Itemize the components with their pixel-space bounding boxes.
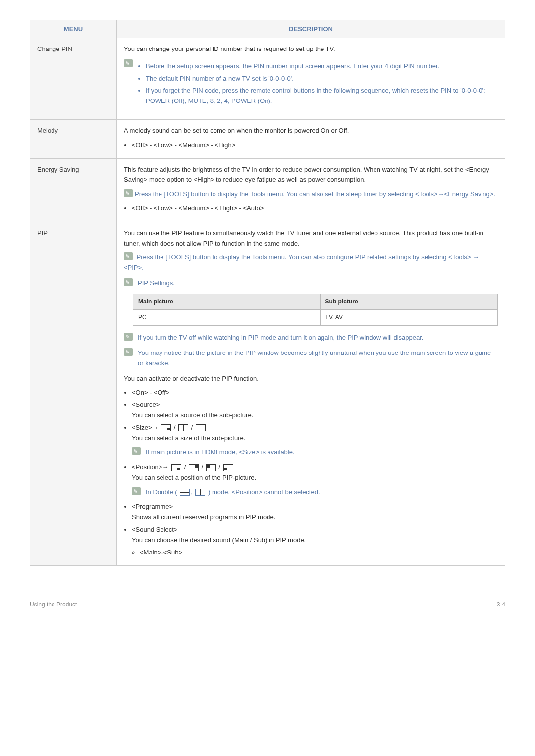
pip-opt-sound-sub: <Main>-<Sub> — [140, 548, 498, 558]
change-pin-note-1: Before the setup screen appears, the PIN… — [146, 61, 498, 72]
pip-opt-onoff: <On> - <Off> — [132, 388, 498, 398]
pip-opt-pos-d: You can select a position of the PIP-pic… — [132, 474, 256, 481]
pip-activate: You can activate or deactivate the PIP f… — [124, 374, 498, 384]
note-icon — [124, 189, 133, 197]
pip-opt-prog-d: Shows all current reserved programs in P… — [132, 513, 275, 521]
subtable-h2: Sub picture — [320, 294, 497, 309]
note-icon — [124, 348, 133, 356]
pip-opt-source-d: You can select a source of the sub-pictu… — [132, 411, 253, 419]
pip-opt-sound: <Sound Select> You can choose the desire… — [132, 525, 498, 557]
change-pin-intro: You can change your personal ID number t… — [124, 44, 498, 54]
pos-icon-tl — [206, 464, 216, 471]
pip-opt-size-d: You can select a size of the sub-picture… — [132, 434, 245, 442]
pip-tools-note: Press the [TOOLS] button to display the … — [124, 253, 479, 271]
pip-intro: You can use the PIP feature to simultane… — [124, 228, 498, 249]
pip-opt-source-h: <Source> — [132, 401, 160, 408]
size-icon-split-v — [195, 489, 205, 496]
energy-options: <Off> - <Low> - <Medium> - < High> - <Au… — [132, 203, 498, 214]
pos-icon-br — [171, 464, 181, 471]
desc-pip: You can use the PIP feature to simultane… — [117, 222, 505, 566]
pos-icon-tr — [189, 464, 199, 471]
pip-note-2: You may notice that the picture in the P… — [138, 348, 498, 369]
note-icon — [124, 252, 133, 260]
pip-opt-pos-h: <Position>→ — [132, 463, 168, 471]
size-icon-small — [161, 424, 171, 431]
size-icon-split-h — [180, 489, 190, 496]
pip-opt-source: <Source> You can select a source of the … — [132, 400, 498, 421]
energy-intro: This feature adjusts the brightness of t… — [124, 165, 498, 186]
footer-left: Using the Product — [30, 601, 77, 608]
pip-pos-note: In Double ( , ) mode, <Position> cannot … — [146, 487, 498, 498]
desc-energy-saving: This feature adjusts the brightness of t… — [117, 158, 505, 222]
pip-size-note: If main picture is in HDMI mode, <Size> … — [146, 447, 498, 457]
desc-change-pin: You can change your personal ID number t… — [117, 38, 505, 120]
menu-melody: Melody — [30, 119, 117, 158]
change-pin-note-3: If you forget the PIN code, press the re… — [146, 86, 498, 106]
pip-opt-prog-h: <Programme> — [132, 503, 173, 510]
menu-change-pin: Change PIN — [30, 38, 117, 120]
note-icon — [124, 278, 133, 286]
note-icon — [124, 59, 133, 67]
footer-divider — [30, 586, 505, 586]
pip-opt-size: <Size>→ / / You can select a size of the… — [132, 423, 498, 457]
menu-pip: PIP — [30, 222, 117, 566]
subtable-h1: Main picture — [133, 294, 321, 309]
melody-intro: A melody sound can be set to come on whe… — [124, 126, 498, 136]
header-description: DESCRIPTION — [117, 20, 505, 38]
pos-icon-bl — [223, 464, 233, 471]
menu-energy-saving: Energy Saving — [30, 158, 117, 222]
footer-right: 3-4 — [497, 601, 505, 608]
subtable-c1: PC — [133, 309, 321, 325]
header-menu: MENU — [30, 20, 117, 38]
pip-opt-size-h: <Size>→ — [132, 424, 158, 431]
size-icon-split-h — [196, 424, 206, 431]
energy-tools-note: Press the [TOOLS] button to display the … — [135, 190, 495, 198]
size-icon-split-v — [178, 424, 188, 431]
menu-description-table: MENU DESCRIPTION Change PIN You can chan… — [30, 20, 505, 566]
pip-opt-sound-h: <Sound Select> — [132, 526, 178, 533]
pip-settings-label: PIP Settings. — [138, 278, 498, 289]
melody-options: <Off> - <Low> - <Medium> - <High> — [132, 140, 498, 151]
change-pin-note-2: The default PIN number of a new TV set i… — [146, 74, 498, 84]
note-icon — [124, 333, 133, 341]
page-footer: Using the Product 3-4 — [30, 601, 505, 608]
desc-melody: A melody sound can be set to come on whe… — [117, 119, 505, 158]
pip-opt-sound-d: You can choose the desired sound (Main /… — [132, 536, 306, 544]
pip-subtable: Main picture Sub picture PC TV, AV — [133, 294, 498, 326]
note-icon — [132, 487, 141, 495]
pip-opt-programme: <Programme> Shows all current reserved p… — [132, 502, 498, 523]
pip-note-1: If you turn the TV off while watching in… — [138, 333, 498, 343]
pip-opt-position: <Position>→ / / / You can select a posit… — [132, 462, 498, 497]
subtable-c2: TV, AV — [320, 309, 497, 325]
note-icon — [132, 447, 141, 455]
